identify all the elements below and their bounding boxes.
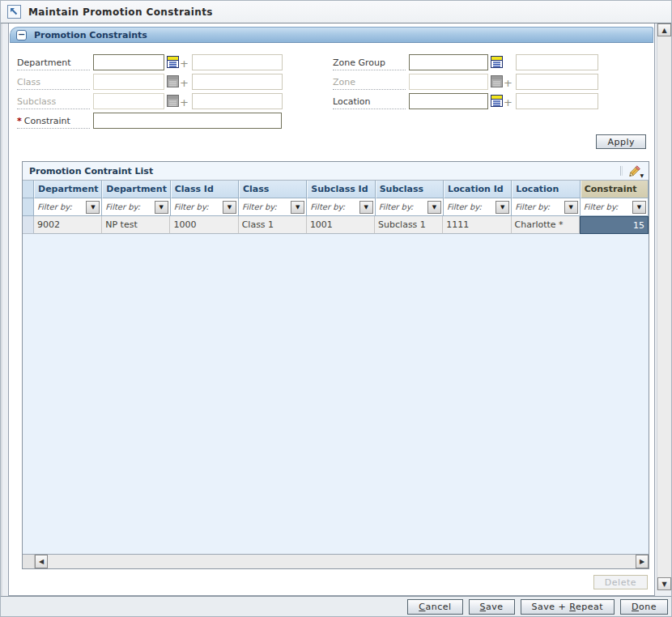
- apply-row: Apply: [9, 129, 654, 149]
- location-add-plus-icon: +: [504, 97, 513, 108]
- filter-cell-subclass[interactable]: Filter by:▼: [376, 198, 444, 216]
- class-add-plus-icon: +: [180, 78, 189, 88]
- filter-dropdown-icon[interactable]: ▼: [632, 201, 646, 214]
- scroll-left-arrow-icon[interactable]: ◀: [35, 555, 48, 568]
- column-header-subclass[interactable]: Subclass: [376, 181, 444, 198]
- zone-lov-icon-disabled: [491, 75, 503, 90]
- filter-cell-subclass-id[interactable]: Filter by:▼: [307, 198, 375, 216]
- page-title: Maintain Promotion Constraints: [28, 6, 213, 18]
- zone-add-plus-icon: +: [504, 78, 513, 88]
- footer-button-bar: Cancel Save Save + Repeat Done: [1, 596, 671, 616]
- department-desc-field: [192, 54, 283, 70]
- constraint-label: *Constraint: [17, 116, 90, 129]
- zone-label: Zone: [333, 77, 406, 90]
- save-repeat-button[interactable]: Save + Repeat: [521, 599, 615, 615]
- filter-cell-class-id[interactable]: Filter by:▼: [171, 198, 239, 216]
- cell-subclass-id[interactable]: 1001: [307, 216, 375, 234]
- delete-button[interactable]: Delete: [593, 575, 648, 589]
- class-id-input: [93, 74, 164, 90]
- horizontal-scroll-track[interactable]: [48, 555, 636, 568]
- promotion-constraints-section-header: − Promotion Constraints: [10, 27, 653, 43]
- cell-class-id[interactable]: 1000: [170, 216, 238, 234]
- column-header-class[interactable]: Class: [239, 181, 307, 198]
- subclass-add-plus-icon: +: [180, 97, 189, 108]
- table-row[interactable]: 9002 NP test 1000 Class 1 1001 Subclass …: [23, 216, 649, 234]
- return-arrow-icon[interactable]: [7, 5, 21, 19]
- department-row: Department +: [17, 51, 333, 70]
- filter-cell-location[interactable]: Filter by:▼: [512, 198, 580, 216]
- section-title: Promotion Constraints: [34, 30, 147, 40]
- save-button[interactable]: Save: [469, 599, 515, 615]
- table-filter-row: Filter by:▼ Filter by:▼ Filter by:▼ Filt…: [23, 198, 649, 216]
- filter-dropdown-icon[interactable]: ▼: [223, 201, 236, 214]
- zone-group-desc-field: [516, 54, 598, 70]
- cell-location[interactable]: Charlotte *: [512, 216, 580, 234]
- filter-dropdown-icon[interactable]: ▼: [155, 201, 168, 214]
- location-input[interactable]: [409, 93, 488, 109]
- done-button[interactable]: Done: [620, 599, 668, 615]
- collapse-section-icon[interactable]: −: [16, 30, 27, 40]
- constraint-input[interactable]: [93, 113, 282, 129]
- filter-dropdown-icon[interactable]: ▼: [495, 201, 509, 214]
- column-header-subclass-id[interactable]: Subclass Id: [307, 181, 375, 198]
- cell-department[interactable]: NP test: [102, 216, 170, 234]
- filter-dropdown-icon[interactable]: ▼: [359, 201, 373, 214]
- filter-cell-department[interactable]: Filter by:▼: [102, 198, 170, 216]
- cell-location-id[interactable]: 1111: [443, 216, 511, 234]
- delete-row: Delete: [9, 569, 654, 595]
- department-lov-icon[interactable]: [167, 56, 179, 70]
- filter-dropdown-icon[interactable]: ▼: [564, 201, 578, 214]
- column-header-department-id[interactable]: Department Id: [34, 181, 102, 198]
- subclass-lov-icon-disabled: [167, 95, 179, 109]
- filter-cell-class[interactable]: Filter by:▼: [239, 198, 307, 216]
- location-label: Location: [333, 96, 406, 109]
- required-asterisk: *: [17, 116, 22, 126]
- cell-class[interactable]: Class 1: [239, 216, 307, 234]
- column-header-constraint[interactable]: Constraint: [581, 181, 649, 198]
- scroll-down-arrow-icon[interactable]: ▼: [657, 577, 671, 590]
- location-desc-field: [516, 93, 598, 109]
- filter-dropdown-icon[interactable]: ▼: [427, 201, 441, 214]
- cell-subclass[interactable]: Subclass 1: [375, 216, 443, 234]
- zone-group-lov-icon[interactable]: [491, 56, 503, 70]
- scroll-right-arrow-icon[interactable]: ▶: [636, 555, 649, 568]
- subclass-id-input: [93, 93, 164, 109]
- cell-constraint-selected[interactable]: 15: [580, 216, 649, 234]
- vertical-scroll-track[interactable]: [657, 36, 671, 577]
- filter-cell-department-id[interactable]: Filter by:▼: [34, 198, 102, 216]
- zone-group-input[interactable]: [409, 54, 488, 70]
- column-header-department[interactable]: Department: [102, 181, 170, 198]
- arrow-up-left-glyph: [10, 7, 19, 16]
- apply-button[interactable]: Apply: [596, 134, 646, 149]
- column-header-location-id[interactable]: Location Id: [444, 181, 512, 198]
- maintain-promotion-constraints-window: Maintain Promotion Constraints − Promoti…: [0, 0, 672, 617]
- row-selector-header: [23, 181, 34, 198]
- table-horizontal-scrollbar[interactable]: ◀ ▶: [23, 554, 649, 568]
- column-header-location[interactable]: Location: [512, 181, 580, 198]
- column-header-class-id[interactable]: Class Id: [171, 181, 239, 198]
- filter-dropdown-icon[interactable]: ▼: [291, 201, 304, 214]
- zone-group-row: Zone Group +: [333, 51, 646, 70]
- class-lov-icon-disabled: [167, 75, 179, 90]
- constraint-row: *Constraint: [17, 109, 333, 129]
- cancel-button[interactable]: Cancel: [407, 599, 462, 615]
- table-title: Promotion Contraint List: [29, 166, 153, 177]
- constraint-form: Department + Class: [9, 43, 654, 129]
- subclass-desc-field: [192, 93, 283, 109]
- filter-dropdown-icon[interactable]: ▼: [86, 201, 100, 214]
- filter-cell-location-id[interactable]: Filter by:▼: [444, 198, 512, 216]
- location-lov-icon[interactable]: [491, 95, 503, 109]
- cell-department-id[interactable]: 9002: [34, 216, 102, 234]
- department-add-plus-icon: +: [180, 58, 189, 69]
- scrollbar-corner: [23, 555, 35, 568]
- row-selector[interactable]: [23, 216, 34, 234]
- zone-group-label: Zone Group: [333, 57, 406, 70]
- scroll-up-arrow-icon[interactable]: ▲: [657, 23, 671, 36]
- form-left-column: Department + Class: [17, 51, 333, 129]
- page-vertical-scrollbar[interactable]: ▲ ▼: [657, 23, 671, 590]
- content-area: − Promotion Constraints Department +: [1, 23, 671, 596]
- department-id-input[interactable]: [93, 54, 164, 70]
- edit-pencil-menu-button[interactable]: ▼: [623, 163, 644, 179]
- filter-cell-constraint[interactable]: Filter by:▼: [581, 198, 649, 216]
- department-label: Department: [17, 57, 90, 70]
